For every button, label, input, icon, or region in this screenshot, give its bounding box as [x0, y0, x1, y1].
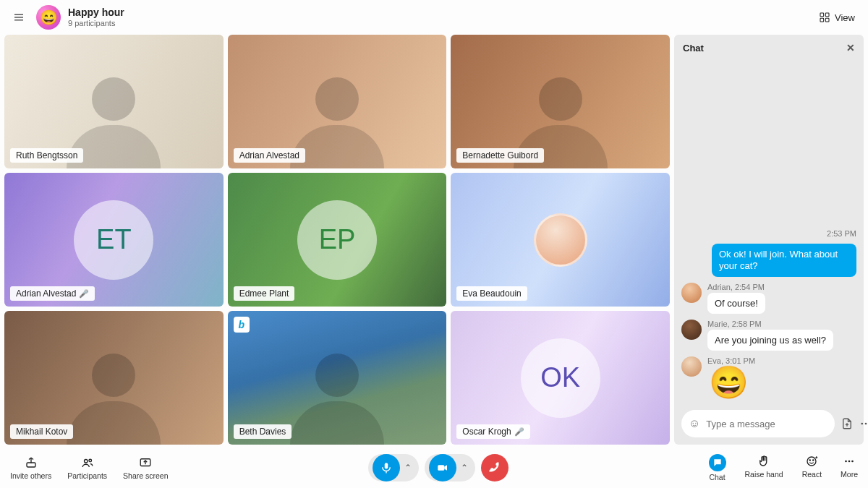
chat-emoji-reaction: 😄 — [707, 367, 755, 398]
video-tile[interactable]: ET Adrian Alvestad🎤 — [4, 173, 224, 307]
participant-name-tag: Adrian Alvestad — [234, 148, 305, 163]
participant-name-tag: Ruth Bengtsson — [10, 148, 83, 163]
mic-control-group: ⌃ — [368, 454, 419, 481]
participant-name-tag: Eva Beaudouin — [456, 286, 527, 301]
chat-avatar — [681, 356, 702, 377]
video-tile[interactable]: Ruth Bengtsson — [4, 35, 224, 168]
chat-text-input[interactable] — [706, 419, 827, 429]
chat-message-text: Of course! — [707, 293, 765, 314]
svg-point-17 — [809, 460, 810, 461]
chat-message-meta: Adrian, 2:54 PM — [707, 283, 765, 291]
hang-up-icon — [488, 461, 501, 474]
close-chat-button[interactable]: ✕ — [846, 42, 855, 53]
open-chat-button[interactable]: Chat — [709, 454, 726, 481]
call-control-bar: Invite others Participants Share screen … — [0, 448, 868, 488]
emoji-picker-icon[interactable]: ☺ — [689, 417, 700, 430]
svg-rect-10 — [27, 463, 35, 467]
video-tile[interactable]: OK Oscar Krogh🎤 — [451, 311, 670, 445]
svg-rect-15 — [438, 465, 444, 471]
svg-point-7 — [861, 423, 864, 425]
header: 😄 Happy hour 9 participants View — [0, 0, 868, 35]
invite-others-button[interactable]: Invite others — [10, 455, 51, 480]
raise-hand-icon — [757, 454, 771, 468]
participant-name-tag: Edmee Plant — [234, 286, 295, 301]
hamburger-menu-button[interactable] — [9, 7, 29, 27]
participant-name-tag: Adrian Alvestad🎤 — [10, 286, 95, 301]
chat-bubble-icon — [709, 454, 726, 471]
participant-initials-avatar: ET — [74, 200, 153, 280]
video-tile[interactable]: b Beth Davies — [228, 311, 447, 445]
mic-icon — [380, 461, 393, 474]
chat-message-list[interactable]: 2:53 PM Ok ok! I will join. What about y… — [674, 61, 864, 404]
toggle-camera-button[interactable] — [429, 454, 456, 481]
video-tile[interactable]: Adrian Alvestad — [228, 35, 447, 168]
camera-control-group: ⌃ — [425, 454, 475, 481]
participant-name-tag: Mikhail Kotov — [10, 424, 73, 439]
camera-options-chevron[interactable]: ⌃ — [458, 463, 471, 473]
svg-point-8 — [865, 423, 867, 425]
end-call-button[interactable] — [481, 454, 509, 481]
view-layout-button[interactable]: View — [814, 9, 859, 26]
more-chat-options-button[interactable] — [859, 416, 868, 432]
video-tile[interactable]: EP Edmee Plant — [228, 173, 447, 307]
chat-avatar — [681, 320, 702, 340]
chat-title: Chat — [683, 43, 704, 53]
share-screen-icon — [138, 455, 153, 470]
chat-message-text: Are you joining us as well? — [707, 330, 833, 351]
camera-icon — [436, 461, 449, 474]
chat-message: Eva, 3:01 PM 😄 — [681, 356, 856, 398]
react-emoji-icon — [804, 454, 819, 468]
chat-message: Adrian, 2:54 PM Of course! — [681, 283, 856, 314]
react-button[interactable]: React — [802, 454, 822, 481]
raise-hand-button[interactable]: Raise hand — [745, 454, 783, 481]
svg-rect-5 — [820, 18, 824, 22]
participant-count: 9 participants — [68, 19, 124, 27]
more-controls-button[interactable]: More — [841, 454, 858, 481]
chat-timestamp: 2:53 PM — [681, 229, 856, 238]
participant-initials-avatar: EP — [297, 200, 377, 280]
svg-point-11 — [84, 460, 88, 463]
chat-panel: Chat ✕ 2:53 PM Ok ok! I will join. What … — [674, 35, 864, 445]
svg-rect-6 — [825, 18, 829, 22]
chat-avatar — [681, 283, 702, 303]
share-screen-button[interactable]: Share screen — [123, 455, 168, 480]
svg-point-16 — [807, 457, 816, 466]
participant-initials-avatar: OK — [521, 338, 600, 418]
mic-options-chevron[interactable]: ⌃ — [401, 463, 414, 473]
svg-point-18 — [813, 460, 814, 461]
attach-file-button[interactable] — [841, 416, 854, 432]
chat-input-container[interactable]: ☺ — [681, 410, 835, 437]
grid-view-icon — [819, 12, 830, 23]
mic-muted-icon: 🎤 — [514, 427, 524, 437]
svg-point-21 — [851, 461, 854, 463]
svg-point-12 — [89, 459, 92, 462]
participant-name-tag: Oscar Krogh🎤 — [456, 424, 529, 439]
video-tile[interactable]: Bernadette Guibord — [451, 35, 670, 168]
mic-muted-icon: 🎤 — [79, 289, 89, 299]
svg-point-20 — [848, 461, 851, 463]
video-grid: Ruth Bengtsson Adrian Alvestad Bernadett… — [4, 35, 670, 445]
svg-rect-4 — [825, 13, 829, 17]
call-title: Happy hour — [68, 7, 124, 18]
participants-icon — [80, 455, 95, 470]
participant-name-tag: Beth Davies — [234, 424, 292, 439]
video-tile[interactable]: Mikhail Kotov — [4, 311, 224, 445]
participant-name-tag: Bernadette Guibord — [456, 148, 544, 163]
toggle-mic-button[interactable] — [373, 454, 400, 481]
group-avatar[interactable]: 😄 — [36, 5, 61, 30]
chat-self-message: Ok ok! I will join. What about your cat? — [712, 244, 856, 278]
video-tile[interactable]: Eva Beaudouin — [451, 173, 670, 307]
chat-message: Marie, 2:58 PM Are you joining us as wel… — [681, 320, 856, 351]
chat-message-meta: Marie, 2:58 PM — [707, 320, 833, 328]
svg-point-19 — [845, 461, 847, 463]
share-out-icon — [24, 455, 38, 470]
svg-rect-3 — [820, 13, 824, 17]
participant-photo-avatar — [534, 213, 587, 267]
header-text: Happy hour 9 participants — [68, 7, 124, 27]
more-dots-icon — [842, 454, 856, 468]
participants-button[interactable]: Participants — [67, 455, 107, 480]
